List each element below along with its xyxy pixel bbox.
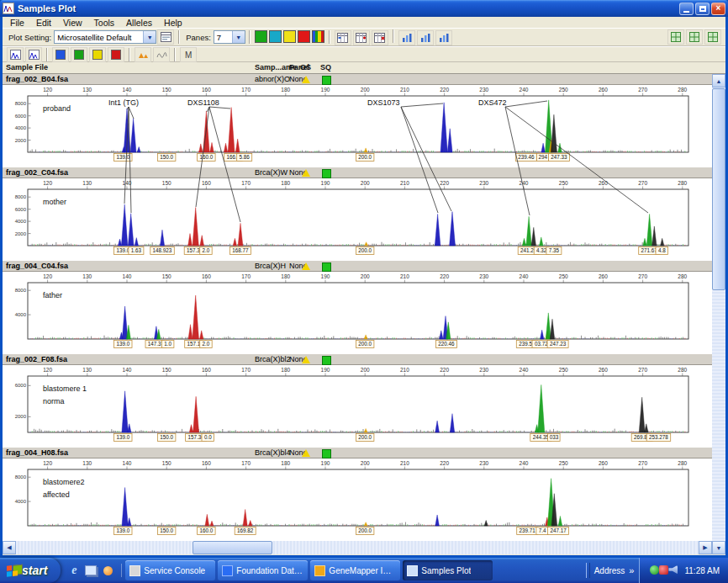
task-label: GeneMapper ID v3.2 .. [329,566,396,575]
sample-file[interactable]: frag_002_F08.fsa [6,355,67,363]
show-desktop-icon[interactable] [84,564,98,577]
dye-all-button[interactable] [312,30,324,43]
menu-help[interactable]: Help [158,18,188,28]
update-icon[interactable] [650,565,659,575]
dye-red-button[interactable] [298,30,310,43]
vertical-scrollbar[interactable]: ▲ ▼ [712,74,725,554]
horizontal-scrollbar[interactable]: ◀ ▶ [3,541,712,554]
column-header-sq[interactable]: SQ [320,63,331,72]
toolbar-grip[interactable] [586,563,590,578]
sq-pass-icon[interactable] [322,449,331,458]
sample-file[interactable]: frag_002_C04.fsa [6,168,68,177]
os-warning-icon[interactable] [302,169,310,177]
electropherogram-plot[interactable]: 1201301401501601701801902002102202302402… [3,178,712,261]
svg-text:210: 210 [400,180,409,186]
sample-file[interactable]: frag_004_H08.fsa [6,448,68,457]
os-warning-icon[interactable] [302,262,310,270]
dye-green-button[interactable] [255,30,267,43]
dye-yellow-button[interactable] [283,30,296,43]
sq-pass-icon[interactable] [322,169,331,178]
svg-text:4000: 4000 [15,499,27,504]
menu-view[interactable]: View [57,18,88,28]
scroll-left-icon[interactable]: ◀ [3,541,16,554]
sample-header-row[interactable]: frag_004_H08.fsa Brca(X)bl4 None [3,448,712,458]
scroll-down-icon[interactable]: ▼ [712,541,725,554]
menu-edit[interactable]: Edit [30,18,57,28]
taskbar-task-1[interactable]: Service Console [125,560,215,580]
minimize-button[interactable] [679,3,694,15]
plot-setting-dropdown[interactable]: Microsatellite Default ▼ [54,30,156,44]
table-view-button[interactable] [335,30,351,45]
dye-yellow-toggle[interactable] [89,47,106,62]
horizontal-scroll-track[interactable] [16,541,699,554]
svg-text:210: 210 [400,460,409,466]
sq-pass-icon[interactable] [322,76,331,85]
scroll-up-icon[interactable]: ▲ [712,74,725,87]
electropherogram-plot[interactable]: 1201301401501601701801902002102202302402… [3,85,712,167]
sample-header-row[interactable]: frag_002_C04.fsa Brca(X)W None [3,167,712,178]
sq-pass-icon[interactable] [322,356,331,365]
vertical-scroll-thumb[interactable] [712,88,725,290]
task-icon [222,565,233,576]
bars-compare-button[interactable] [435,30,452,45]
sample-block: frag_002_C04.fsa Brca(X)W None 120130140… [3,167,712,261]
svg-text:280: 280 [678,87,687,93]
title-bar[interactable]: Samples Plot × [0,0,728,17]
panes-dropdown[interactable]: 7 ▼ [214,30,245,44]
sample-header-row[interactable]: frag_002_B04.fsa abnor(X)O None [3,74,712,85]
sample-file[interactable]: frag_002_B04.fsa [6,75,68,83]
pane-rows-button[interactable] [686,29,703,45]
bars-view-button[interactable] [398,30,415,45]
dye-blue-button[interactable] [269,30,282,43]
taskbar-task-2[interactable]: Foundation Data Coll.. [218,560,308,580]
start-button[interactable]: start [0,558,61,583]
sample-header-row[interactable]: frag_004_C04.fsa Brca(X)H None [3,261,712,272]
column-header-os[interactable]: OS [300,63,311,72]
split-plot-button[interactable] [25,47,42,62]
sample-header-row[interactable]: frag_002_F08.fsa Brca(X)bl2 None [3,354,712,365]
table-delete-button[interactable] [372,30,388,45]
electropherogram-plot[interactable]: 1201301401501601701801902002102202302402… [3,272,712,354]
sample-file[interactable]: frag_004_C04.fsa [6,262,68,270]
sq-pass-icon[interactable] [322,262,331,272]
svg-text:240: 240 [520,460,529,466]
chevron-icon[interactable]: » [629,565,634,575]
close-button[interactable]: × [711,3,725,15]
volume-icon[interactable] [668,565,678,575]
maximize-button[interactable] [695,3,710,15]
menu-alleles[interactable]: Alleles [120,18,158,28]
measure-button[interactable]: M [180,47,197,62]
svg-text:4.32: 4.32 [536,247,547,253]
scroll-right-icon[interactable]: ▶ [699,541,712,554]
menu-tools[interactable]: Tools [88,18,121,28]
electropherogram-plot[interactable]: 1201301401501601701801902002102202302402… [3,365,712,448]
taskbar-task-3[interactable]: GeneMapper ID v3.2 .. [310,560,400,580]
svg-text:8000: 8000 [15,101,27,106]
electropherogram-plot[interactable]: 1201301401501601701801902002102202302402… [3,458,712,541]
media-player-icon[interactable] [101,564,114,577]
dye-blue-toggle[interactable] [52,47,69,62]
horizontal-scroll-thumb[interactable] [193,541,272,554]
size-standard-button[interactable] [135,47,151,62]
internet-explorer-icon[interactable]: e [67,564,81,577]
os-warning-icon[interactable] [302,356,310,363]
raw-data-button[interactable] [153,47,170,62]
pane-columns-button[interactable] [704,29,721,45]
taskbar-task-4[interactable]: Samples Plot [403,560,493,580]
table-add-button[interactable] [353,30,370,45]
edit-plot-setting-button[interactable] [157,29,174,45]
os-warning-icon[interactable] [302,449,310,457]
expand-plot-button[interactable] [7,47,24,62]
svg-text:170: 170 [241,87,251,93]
bars-overlay-button[interactable] [417,30,434,45]
dropdown-arrow-icon[interactable]: ▼ [232,31,245,43]
dropdown-arrow-icon[interactable]: ▼ [143,31,156,43]
dye-red-toggle[interactable] [108,47,124,62]
antivirus-icon[interactable] [659,565,668,575]
menu-file[interactable]: File [4,18,30,28]
svg-text:160.0: 160.0 [200,527,214,533]
pane-grid-button[interactable] [667,29,684,45]
column-header-sample-file[interactable]: Sample File [6,63,48,72]
os-warning-icon[interactable] [302,76,310,83]
dye-green-toggle[interactable] [71,47,87,62]
